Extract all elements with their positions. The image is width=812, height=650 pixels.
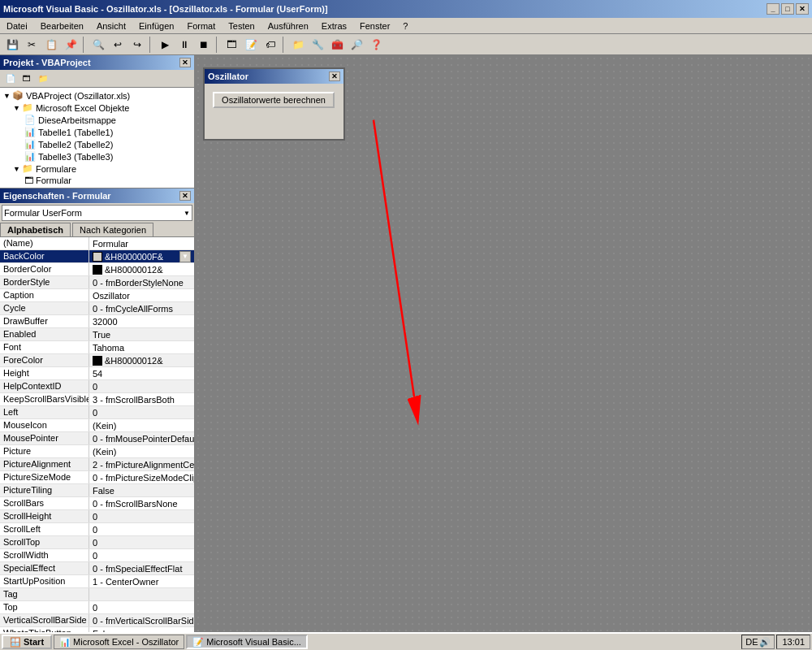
form-close-btn[interactable]: ✕ bbox=[329, 72, 340, 81]
menu-bearbeiten[interactable]: Bearbeiten bbox=[36, 20, 89, 32]
props-row[interactable]: Cycle0 - fmCycleAllForms bbox=[0, 302, 194, 315]
props-row[interactable]: KeepScrollBarsVisible3 - fmScrollBarsBot… bbox=[0, 393, 194, 406]
props-row-value: 0 - fmCycleAllForms bbox=[89, 302, 194, 314]
props-row[interactable]: ScrollBars0 - fmScrollBarsNone bbox=[0, 497, 194, 510]
tree-tabelle3[interactable]: 📊 Tabelle3 (Tabelle3) bbox=[2, 150, 192, 162]
toolbar-btn-cut[interactable]: ✂ bbox=[23, 36, 41, 54]
props-row[interactable]: Tag bbox=[0, 588, 194, 601]
props-row-value: False bbox=[89, 484, 194, 496]
props-close-btn[interactable]: ✕ bbox=[179, 191, 191, 201]
props-row[interactable]: Left0 bbox=[0, 406, 194, 419]
project-panel-close[interactable]: ✕ bbox=[179, 58, 191, 67]
props-row[interactable]: (Name)Formular bbox=[0, 237, 194, 250]
menu-fenster[interactable]: Fenster bbox=[355, 20, 395, 32]
form-canvas[interactable]: Oszillator ✕ Oszillatorwerte berechnen bbox=[203, 67, 345, 141]
props-value-text: 0 - fmSpecialEffectFlat bbox=[93, 564, 182, 574]
design-area[interactable]: Oszillator ✕ Oszillatorwerte berechnen bbox=[195, 55, 812, 632]
props-row[interactable]: ScrollHeight0 bbox=[0, 510, 194, 523]
close-button[interactable]: ✕ bbox=[796, 3, 809, 15]
toolbar-btn-copy[interactable]: 📋 bbox=[42, 36, 60, 54]
tree-tabelle1[interactable]: 📊 Tabelle1 (Tabelle1) bbox=[2, 126, 192, 138]
toolbar-btn-toolbox[interactable]: 🧰 bbox=[328, 36, 346, 54]
color-swatch bbox=[93, 252, 102, 262]
panel-view-code[interactable]: 📄 bbox=[3, 72, 18, 85]
props-row[interactable]: PictureAlignment2 - fmPictureAlignmentCe… bbox=[0, 458, 194, 471]
props-tab-categories[interactable]: Nach Kategorien bbox=[72, 223, 153, 236]
tree-tabelle2[interactable]: 📊 Tabelle2 (Tabelle2) bbox=[2, 138, 192, 150]
props-dropdown-btn[interactable]: ▼ bbox=[179, 251, 191, 262]
props-row[interactable]: ForeColor&H80000012& bbox=[0, 354, 194, 367]
props-row[interactable]: Picture(Kein) bbox=[0, 445, 194, 458]
expand-icon-excel: ▼ bbox=[13, 104, 20, 112]
tree-diese-arbeitsmappe[interactable]: 📄 DieseArbeitsmappe bbox=[2, 114, 192, 126]
props-row[interactable]: StartUpPosition1 - CenterOwner bbox=[0, 575, 194, 588]
toolbar-btn-project[interactable]: 📁 bbox=[289, 36, 307, 54]
menu-einfuegen[interactable]: Einfügen bbox=[134, 20, 179, 32]
toolbar-btn-help[interactable]: ❓ bbox=[367, 36, 385, 54]
toolbar-btn-redo[interactable]: ↪ bbox=[128, 36, 146, 54]
props-row[interactable]: ScrollTop0 bbox=[0, 536, 194, 549]
toolbar-btn-pause[interactable]: ⏸ bbox=[175, 36, 193, 54]
menu-format[interactable]: Format bbox=[182, 20, 220, 32]
menu-datei[interactable]: Datei bbox=[2, 20, 32, 32]
props-row[interactable]: FontTahoma bbox=[0, 341, 194, 354]
props-row[interactable]: SpecialEffect0 - fmSpecialEffectFlat bbox=[0, 562, 194, 575]
toolbar-btn-props[interactable]: 🔧 bbox=[309, 36, 326, 54]
toolbar-btn-find[interactable]: 🔍 bbox=[89, 36, 107, 54]
project-tree: ▼ 📦 VBAProject (Oszillator.xls) ▼ 📁 Micr… bbox=[0, 88, 194, 188]
start-button[interactable]: 🪟 Start bbox=[2, 635, 52, 649]
props-row-name: ScrollWidth bbox=[0, 549, 89, 561]
tree-vbaproject[interactable]: ▼ 📦 VBAProject (Oszillator.xls) bbox=[2, 89, 192, 102]
props-value-text: 0 bbox=[93, 512, 97, 522]
props-row[interactable]: PictureSizeMode0 - fmPictureSizeModeClip bbox=[0, 471, 194, 484]
props-row[interactable]: DrawBuffer32000 bbox=[0, 315, 194, 328]
props-row[interactable]: ScrollWidth0 bbox=[0, 549, 194, 562]
menu-ansicht[interactable]: Ansicht bbox=[92, 20, 131, 32]
props-row[interactable]: HelpContextID0 bbox=[0, 380, 194, 393]
props-selector-arrow[interactable]: ▼ bbox=[184, 210, 190, 217]
props-row[interactable]: EnabledTrue bbox=[0, 328, 194, 341]
props-selector[interactable]: Formular UserForm ▼ bbox=[2, 205, 192, 221]
tree-formular[interactable]: 🗔 Formular bbox=[2, 175, 192, 186]
props-row[interactable]: ScrollLeft0 bbox=[0, 523, 194, 536]
menu-help[interactable]: ? bbox=[398, 20, 412, 32]
menu-bar: Datei Bearbeiten Ansicht Einfügen Format… bbox=[0, 18, 812, 34]
panel-view-form[interactable]: 🗔 bbox=[19, 72, 34, 85]
toolbar-btn-userform[interactable]: 🗔 bbox=[222, 36, 240, 54]
form-oszillator-button[interactable]: Oszillatorwerte berechnen bbox=[213, 92, 335, 108]
props-row[interactable]: MousePointer0 - fmMousePointerDefault bbox=[0, 432, 194, 445]
props-row[interactable]: Top0 bbox=[0, 601, 194, 614]
toolbar-btn-run[interactable]: ▶ bbox=[156, 36, 174, 54]
minimize-button[interactable]: _ bbox=[767, 3, 780, 15]
toolbar-btn-class[interactable]: 🏷 bbox=[261, 36, 279, 54]
props-row[interactable]: Height54 bbox=[0, 367, 194, 380]
props-value-text: True bbox=[93, 330, 110, 340]
props-row-value: 54 bbox=[89, 367, 194, 379]
toolbar-btn-objbrowser[interactable]: 🔎 bbox=[348, 36, 365, 54]
menu-testen[interactable]: Testen bbox=[223, 20, 259, 32]
toolbar-btn-save[interactable]: 💾 bbox=[3, 36, 21, 54]
tree-excel-objects[interactable]: ▼ 📁 Microsoft Excel Objekte bbox=[2, 102, 192, 114]
toolbar-btn-paste[interactable]: 📌 bbox=[62, 36, 80, 54]
toolbar-btn-stop[interactable]: ⏹ bbox=[195, 36, 213, 54]
toolbar-btn-module[interactable]: 📝 bbox=[242, 36, 260, 54]
panel-toggle-folders[interactable]: 📁 bbox=[36, 72, 50, 85]
props-row-value: 1 - CenterOwner bbox=[89, 575, 194, 587]
props-row[interactable]: VerticalScrollBarSide0 - fmVerticalScrol… bbox=[0, 614, 194, 627]
toolbar-btn-undo[interactable]: ↩ bbox=[109, 36, 127, 54]
props-row[interactable]: MouseIcon(Kein) bbox=[0, 419, 194, 432]
taskbar-item-vba[interactable]: 📝 Microsoft Visual Basic... bbox=[186, 635, 308, 649]
props-tab-alphabetical[interactable]: Alphabetisch bbox=[0, 223, 71, 236]
props-row-value: Oszillator bbox=[89, 289, 194, 301]
props-row-value[interactable]: &H8000000F&▼ bbox=[89, 250, 194, 262]
props-row[interactable]: BorderColor&H80000012& bbox=[0, 263, 194, 276]
menu-ausfuehren[interactable]: Ausführen bbox=[263, 20, 313, 32]
taskbar-item-excel[interactable]: 📊 Microsoft Excel - Oszillator bbox=[54, 635, 184, 649]
tree-formulare[interactable]: ▼ 📁 Formulare bbox=[2, 162, 192, 175]
props-row[interactable]: CaptionOszillator bbox=[0, 289, 194, 302]
props-row[interactable]: BackColor&H8000000F&▼ bbox=[0, 250, 194, 263]
menu-extras[interactable]: Extras bbox=[317, 20, 352, 32]
props-row[interactable]: PictureTilingFalse bbox=[0, 484, 194, 497]
maximize-button[interactable]: □ bbox=[781, 3, 794, 15]
props-row[interactable]: BorderStyle0 - fmBorderStyleNone bbox=[0, 276, 194, 289]
